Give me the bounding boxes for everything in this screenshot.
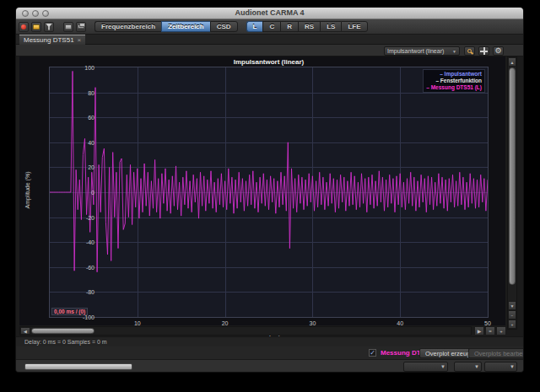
export-button[interactable] xyxy=(63,22,73,32)
record-button[interactable] xyxy=(19,22,29,32)
chart-toolbar: Impulsantwort (linear) ▼ ⚙ xyxy=(16,45,523,56)
scroll-down-icon[interactable]: ▼ xyxy=(508,301,516,310)
zoom-tool-button[interactable] xyxy=(464,46,475,56)
chart-panel: Impulsantwort (linear) Amplitude (%) – I… xyxy=(19,56,505,325)
preset-value: Impulsantwort (linear) xyxy=(387,48,444,54)
scroll-left-icon[interactable]: ◀ xyxy=(20,327,30,335)
plot-area[interactable]: – Impulsantwort– Fensterfunktion– Messun… xyxy=(49,67,489,318)
overplot-edit-button[interactable]: Overplots bearbeiten xyxy=(468,348,524,358)
filter-button[interactable] xyxy=(44,22,54,32)
status-combo-1[interactable]: ▼ xyxy=(403,362,448,372)
view-button-group: FrequenzbereichZeitbereichCSD xyxy=(94,21,238,32)
vertical-scrollbar-thumb[interactable] xyxy=(509,67,516,285)
measurement-checkbox[interactable]: ✓ xyxy=(369,349,376,357)
delay-text: Delay: 0 ms = 0 Samples = 0 m xyxy=(24,339,107,345)
chart-title: Impulsantwort (linear) xyxy=(49,58,489,66)
x-tick-label: 10 xyxy=(134,320,141,326)
settings-button[interactable]: ⚙ xyxy=(493,46,504,56)
delay-status-bar: Delay: 0 ms = 0 Samples = 0 m xyxy=(16,336,523,346)
tab-bar: Messung DTS51 × xyxy=(16,35,523,45)
status-combo-2[interactable]: ▼ xyxy=(454,362,482,372)
funnel-icon xyxy=(46,24,52,30)
zoom-in-x-button[interactable]: + xyxy=(496,326,506,336)
pan-tool-button[interactable] xyxy=(478,46,489,56)
chevron-down-icon: ▼ xyxy=(440,364,446,369)
x-tick-label: 30 xyxy=(309,320,316,326)
move-icon xyxy=(480,47,488,55)
chevron-down-icon: ▼ xyxy=(510,364,515,369)
channel-button-c[interactable]: C xyxy=(262,21,280,32)
legend-entry: – Fensterfunktion xyxy=(426,78,482,84)
x-zoom-controls: ▶ = + xyxy=(474,326,506,336)
scroll-up-icon[interactable]: ▲ xyxy=(508,57,516,67)
y-tick-label: 60 xyxy=(35,115,94,121)
y-tick-label: 20 xyxy=(35,164,94,170)
legend-entry: – Messung DTS51 (L) xyxy=(426,84,482,91)
scroll-right-button[interactable]: ▶ xyxy=(474,326,484,336)
horizontal-scrollbar[interactable]: ◀ xyxy=(19,326,472,336)
print-button[interactable] xyxy=(76,22,86,32)
waveform xyxy=(50,67,488,317)
x-tick-label: 50 xyxy=(484,320,491,326)
zoom-in-y-button[interactable]: + xyxy=(508,320,516,329)
chevron-down-icon: ▼ xyxy=(474,364,479,369)
x-tick-label: 40 xyxy=(397,320,403,326)
y-tick-label: -20 xyxy=(35,214,94,220)
y-tick-label: 40 xyxy=(35,139,94,145)
record-icon xyxy=(21,24,26,30)
view-button-frequenzbereich[interactable]: Frequenzbereich xyxy=(94,21,161,32)
channel-button-ls[interactable]: LS xyxy=(320,21,341,32)
y-tick-label: 80 xyxy=(35,89,94,95)
fit-x-button[interactable]: = xyxy=(485,326,495,336)
overplot-controls: ✓ Messung DTS51 (L) Overplot erzeugen Ov… xyxy=(16,346,523,359)
channel-button-r[interactable]: R xyxy=(280,21,298,32)
chevron-down-icon: ▼ xyxy=(452,49,456,54)
channel-button-group: LCRRSLSLFE xyxy=(246,21,368,32)
close-tab-icon[interactable]: × xyxy=(78,36,82,44)
app-window: Audionet CARMA 4 FrequenzbereichZeitbere… xyxy=(15,7,524,373)
open-project-button[interactable] xyxy=(31,22,41,32)
view-button-csd[interactable]: CSD xyxy=(210,21,238,32)
y-tick-label: -100 xyxy=(35,314,94,320)
y-tick-label: 0 xyxy=(35,190,94,196)
window-title: Audionet CARMA 4 xyxy=(16,8,523,17)
gear-icon: ⚙ xyxy=(494,47,501,55)
magnifier-icon xyxy=(467,49,472,53)
legend-entry: – Impulsantwort xyxy=(426,71,482,78)
main-toolbar: FrequenzbereichZeitbereichCSD LCRRSLSLFE xyxy=(16,19,523,35)
y-tick-label: -60 xyxy=(35,264,94,270)
check-icon: ✓ xyxy=(370,349,375,357)
printer-icon xyxy=(78,24,84,29)
channel-button-l[interactable]: L xyxy=(246,21,263,32)
horizontal-scrollbar-thumb[interactable] xyxy=(31,328,94,334)
y-tick-label: -40 xyxy=(35,239,94,245)
preset-dropdown[interactable]: Impulsantwort (linear) ▼ xyxy=(384,46,460,56)
title-bar[interactable]: Audionet CARMA 4 xyxy=(16,8,523,19)
status-combo-3[interactable]: ▼ xyxy=(484,362,517,372)
y-tick-label: 100 xyxy=(35,65,94,71)
vertical-scrollbar[interactable]: ▲ ▼ − + xyxy=(507,56,517,330)
content-area: Impulsantwort (linear) ▼ ⚙ Impulsantwort… xyxy=(16,45,523,372)
zoom-out-y-button[interactable]: − xyxy=(508,310,516,320)
y-axis-label: Amplitude (%) xyxy=(24,172,30,209)
view-button-zeitbereich[interactable]: Zeitbereich xyxy=(161,21,210,32)
tab-messung-dts51[interactable]: Messung DTS51 × xyxy=(19,35,85,45)
folder-open-icon xyxy=(33,24,40,30)
chart-legend: – Impulsantwort– Fensterfunktion– Messun… xyxy=(423,69,485,93)
folder-icon xyxy=(65,24,72,30)
channel-button-lfe[interactable]: LFE xyxy=(341,21,367,32)
channel-button-rs[interactable]: RS xyxy=(298,21,320,32)
progress-bar xyxy=(24,363,132,370)
y-tick-label: -80 xyxy=(35,289,94,295)
x-tick-label: 20 xyxy=(222,320,229,326)
status-bar: ▼ ▼ ▼ xyxy=(16,359,523,373)
progress-fill xyxy=(25,364,132,369)
tab-label: Messung DTS51 xyxy=(24,36,74,44)
